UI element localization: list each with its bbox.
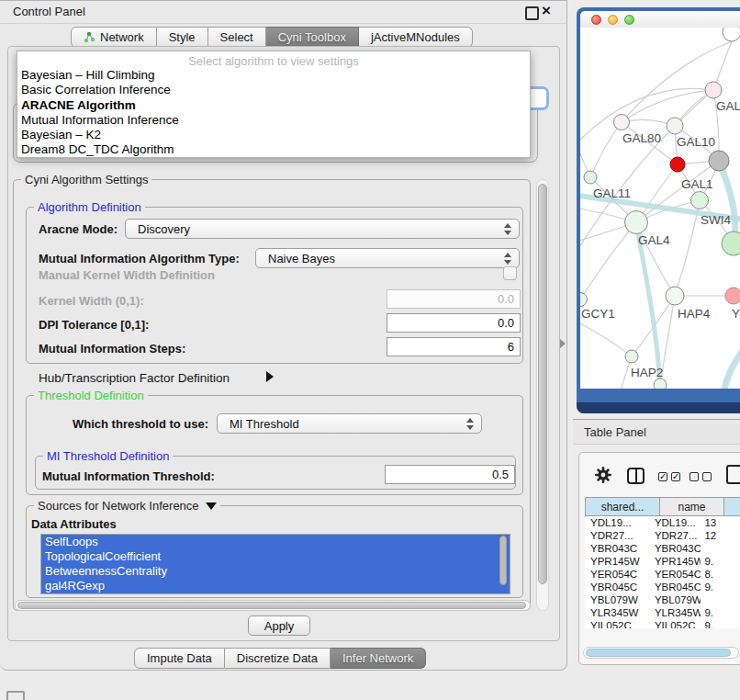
- column-header[interactable]: shared...: [585, 497, 660, 516]
- float-window-icon[interactable]: [525, 6, 539, 20]
- scrollbar-thumb[interactable]: [17, 602, 526, 609]
- network-node[interactable]: [722, 231, 740, 255]
- gear-icon[interactable]: [594, 466, 612, 484]
- table-horizontal-scrollbar[interactable]: [583, 647, 739, 659]
- minimized-panel-icon[interactable]: [6, 691, 25, 700]
- algorithm-option[interactable]: Bayesian – K2: [17, 128, 530, 142]
- network-node[interactable]: [725, 288, 740, 304]
- split-columns-icon[interactable]: [627, 468, 645, 484]
- traffic-zoom-icon[interactable]: [624, 15, 634, 25]
- table-cell[interactable]: YER054C: [647, 568, 701, 581]
- tab-select[interactable]: Select: [208, 27, 266, 48]
- network-node[interactable]: [709, 151, 729, 171]
- table-cell[interactable]: YDR27...: [647, 529, 701, 542]
- network-window-titlebar[interactable]: [580, 11, 740, 28]
- table-cell[interactable]: [701, 542, 740, 555]
- table-cell[interactable]: YBR045C: [647, 581, 701, 593]
- kernel-width-field[interactable]: 0.0: [387, 289, 521, 309]
- column-header[interactable]: name: [660, 497, 724, 516]
- hub-definition-label[interactable]: Hub/Transcription Factor Definition: [39, 371, 230, 385]
- scrollbar-thumb[interactable]: [586, 649, 731, 657]
- network-node[interactable]: [625, 211, 648, 234]
- table-row[interactable]: YIL052CYIL052C9.: [585, 619, 740, 628]
- algorithm-option[interactable]: Mutual Information Inference: [17, 113, 530, 128]
- network-node[interactable]: [625, 350, 638, 363]
- network-node[interactable]: [580, 293, 588, 307]
- table-cell[interactable]: YER054C: [585, 568, 647, 581]
- table-cell[interactable]: YIL052C: [585, 619, 647, 628]
- table-row[interactable]: YER054CYER054C8.: [585, 568, 740, 581]
- network-node[interactable]: [666, 287, 684, 305]
- table-row[interactable]: YBL079WYBL079W: [585, 593, 740, 606]
- settings-vertical-scrollbar[interactable]: [536, 179, 549, 611]
- table-cell[interactable]: YLR345W: [585, 606, 647, 619]
- table-cell[interactable]: YPR145W: [585, 555, 647, 568]
- tab-style[interactable]: Style: [157, 27, 208, 48]
- table-row[interactable]: YBR043CYBR043C: [585, 542, 740, 555]
- collapsed-arrow-icon[interactable]: [266, 371, 274, 382]
- table-cell[interactable]: 8.: [701, 568, 740, 581]
- network-canvas[interactable]: GALGAL80GAL10GAL1GAL11SWI4GAL4GCY1HAP4YH…: [580, 28, 740, 389]
- table-cell[interactable]: YDR27...: [585, 529, 647, 542]
- table-cell[interactable]: 13: [701, 516, 740, 529]
- table-row[interactable]: YDR27...YDR27...12: [585, 529, 740, 542]
- table-cell[interactable]: YBR043C: [585, 542, 647, 555]
- network-node[interactable]: [691, 192, 709, 209]
- network-node[interactable]: [667, 118, 683, 134]
- mi-algorithm-type-select[interactable]: Naive Bayes: [255, 248, 520, 268]
- table-row[interactable]: YDL19...YDL19...13: [585, 516, 740, 529]
- algorithm-option[interactable]: Dream8 DC_TDC Algorithm: [17, 142, 530, 157]
- settings-horizontal-scrollbar[interactable]: [15, 600, 531, 611]
- mi-steps-field[interactable]: 6: [387, 337, 521, 356]
- splitter-handle-icon[interactable]: [560, 339, 566, 348]
- network-node[interactable]: [614, 115, 630, 130]
- traffic-minimize-icon[interactable]: [608, 15, 618, 25]
- close-icon[interactable]: ×: [542, 2, 551, 20]
- list-scrollbar-thumb[interactable]: [499, 536, 507, 585]
- network-node[interactable]: [723, 28, 740, 41]
- traffic-close-icon[interactable]: [591, 15, 601, 25]
- attribute-list-item[interactable]: TopologicalCoefficient: [41, 549, 510, 564]
- table-cell[interactable]: YDL19...: [585, 516, 647, 529]
- table-cell[interactable]: YPR145W: [647, 555, 701, 568]
- tab-impute-data[interactable]: Impute Data: [134, 648, 225, 669]
- column-header[interactable]: A: [724, 497, 740, 516]
- tab-jactivemnodules[interactable]: jActiveMNodules: [359, 27, 473, 48]
- panel-mode-icon[interactable]: [726, 465, 740, 484]
- network-node[interactable]: [654, 378, 667, 389]
- table-cell[interactable]: YLR345W: [647, 606, 701, 619]
- table-cell[interactable]: YBR043C: [647, 542, 701, 555]
- table-cell[interactable]: 12: [701, 529, 740, 542]
- aracne-mode-select[interactable]: Discovery: [125, 219, 520, 239]
- table-row[interactable]: YPR145WYPR145W9.: [585, 555, 740, 568]
- dpi-tolerance-field[interactable]: 0.0: [387, 313, 521, 333]
- tab-network[interactable]: Network: [71, 27, 157, 48]
- attribute-list-item[interactable]: SelfLoops: [41, 535, 510, 549]
- algorithm-option[interactable]: Bayesian – Hill Climbing: [17, 68, 530, 83]
- network-view-window[interactable]: GALGAL80GAL10GAL1GAL11SWI4GAL4GCY1HAP4YH…: [577, 7, 740, 413]
- table-cell[interactable]: YBL079W: [647, 593, 701, 606]
- tab-infer-network[interactable]: Infer Network: [331, 648, 426, 669]
- table-cell[interactable]: 9.: [701, 581, 740, 593]
- scrollbar-thumb[interactable]: [538, 184, 547, 584]
- deselect-all-columns-icon[interactable]: [690, 472, 712, 481]
- tab-discretize-data[interactable]: Discretize Data: [225, 648, 331, 669]
- table-cell[interactable]: YBL079W: [585, 593, 647, 606]
- attribute-list-item[interactable]: gal4RGexp: [41, 579, 510, 593]
- sources-title[interactable]: Sources for Network Inference: [38, 499, 199, 513]
- tab-cyni-toolbox[interactable]: Cyni Toolbox: [266, 27, 359, 48]
- table-cell[interactable]: 9.: [701, 619, 740, 628]
- select-all-columns-icon[interactable]: ✓✓: [658, 472, 680, 481]
- network-node[interactable]: [584, 171, 597, 184]
- which-threshold-select[interactable]: MI Threshold: [217, 413, 482, 434]
- network-node[interactable]: [705, 82, 722, 98]
- mi-threshold-field[interactable]: 0.5: [385, 465, 515, 484]
- network-node[interactable]: [670, 157, 685, 172]
- table-cell[interactable]: YIL052C: [647, 619, 701, 628]
- expanded-arrow-icon[interactable]: [206, 502, 217, 510]
- table-row[interactable]: YBR045CYBR045C9.: [585, 581, 740, 593]
- data-attributes-list[interactable]: SelfLoopsTopologicalCoefficientBetweenne…: [40, 534, 510, 594]
- manual-kernel-width-checkbox[interactable]: [503, 266, 517, 280]
- table-cell[interactable]: 9.: [701, 555, 740, 568]
- algorithm-option[interactable]: Basic Correlation Inference: [17, 83, 530, 97]
